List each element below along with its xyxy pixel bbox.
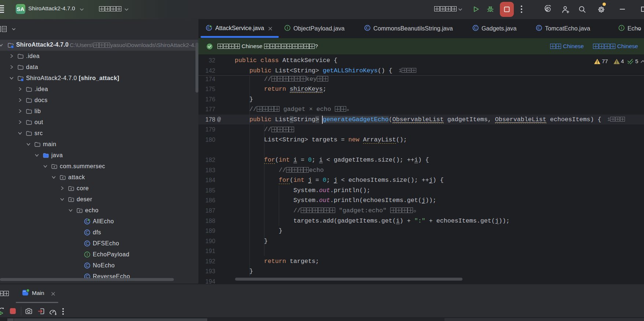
svg-text:C: C	[86, 263, 89, 268]
svg-text:C: C	[538, 26, 541, 30]
svg-text:I: I	[87, 252, 88, 257]
svg-text:C: C	[86, 230, 89, 235]
svg-text:C: C	[86, 241, 89, 246]
svg-text:I: I	[621, 26, 622, 30]
svg-text:C: C	[366, 26, 369, 30]
svg-text:C: C	[474, 26, 477, 30]
svg-text:I: I	[287, 26, 288, 30]
